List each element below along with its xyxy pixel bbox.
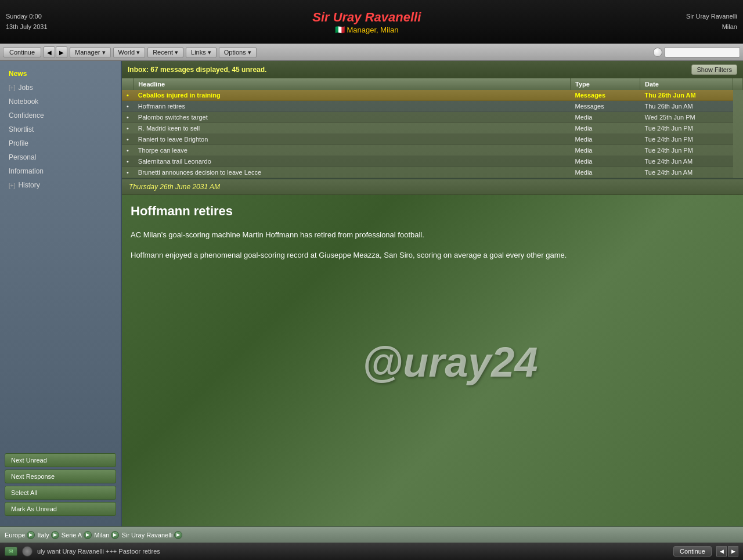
row-type: Media xyxy=(571,167,640,178)
links-menu-button[interactable]: Links ▾ xyxy=(186,47,217,58)
col-headline: Headline xyxy=(134,78,571,90)
article-date: Thursday 26th June 2031 AM xyxy=(122,179,743,195)
row-bullet: • xyxy=(122,145,134,156)
breadcrumb-milan[interactable]: Milan ▶ xyxy=(94,531,119,539)
top-right-info: Sir Uray Ravanelli Milan xyxy=(686,12,737,32)
inbox-header: Inbox: 67 messages displayed, 45 unread.… xyxy=(122,61,743,78)
row-headline: R. Madrid keen to sell xyxy=(134,123,571,134)
row-bullet: • xyxy=(122,112,134,123)
recent-menu-button[interactable]: Recent ▾ xyxy=(147,47,183,58)
toolbar: Continue ◀ ▶ Manager ▾ World ▾ Recent ▾ … xyxy=(0,44,743,61)
continue-button[interactable]: Continue xyxy=(3,47,41,57)
inbox-table: Headline Type Date • Ceballos injured in… xyxy=(122,78,743,178)
show-filters-button[interactable]: Show Filters xyxy=(691,64,737,75)
top-right-name: Sir Uray Ravanelli xyxy=(686,12,737,22)
col-bullet xyxy=(122,78,134,90)
article-para1: AC Milan's goal-scoring machine Martin H… xyxy=(131,229,734,241)
top-right-club: Milan xyxy=(686,22,737,32)
row-headline: Thorpe can leave xyxy=(134,145,571,156)
table-row[interactable]: • Ceballos injured in training Messages … xyxy=(122,90,743,101)
select-all-button[interactable]: Select All xyxy=(5,486,116,500)
breadcrumb-manager[interactable]: Sir Uray Ravanelli ▶ xyxy=(121,531,182,539)
nav-forward-button[interactable]: ▶ xyxy=(56,46,67,58)
sidebar-item-personal[interactable]: Personal xyxy=(0,150,121,164)
table-row[interactable]: • R. Madrid keen to sell Media Tue 24th … xyxy=(122,123,743,134)
article-title: Hoffmann retires xyxy=(131,204,734,219)
article-content: Hoffmann retires AC Milan's goal-scoring… xyxy=(122,195,743,279)
options-menu-button[interactable]: Options ▾ xyxy=(219,47,257,58)
row-date: Tue 24th Jun PM xyxy=(640,123,733,134)
status-nav-forward[interactable]: ▶ xyxy=(728,546,738,557)
country-flag: 🇮🇹 xyxy=(335,25,345,34)
mark-as-unread-button[interactable]: Mark As Unread xyxy=(5,502,116,516)
top-header: Sunday 0:00 13th July 2031 Sir Uray Rava… xyxy=(0,0,743,44)
col-scroll xyxy=(733,78,743,90)
manager-title: Sir Uray Ravanelli 🇮🇹 Manager, Milan xyxy=(312,10,421,34)
inbox-title: Inbox: 67 messages displayed, 45 unread. xyxy=(128,66,266,74)
sidebar-item-profile[interactable]: Profile xyxy=(0,136,121,150)
status-nav-back[interactable]: ◀ xyxy=(716,546,727,557)
breadcrumb-serie-a[interactable]: Serie A ▶ xyxy=(62,531,92,539)
breadcrumb: Europe ▶ Italy ▶ Serie A ▶ Milan ▶ Sir U… xyxy=(0,526,743,543)
date-info: Sunday 0:00 13th July 2031 xyxy=(6,12,48,32)
article-section: Thursday 26th June 2031 AM Hoffmann reti… xyxy=(122,179,743,526)
world-menu-button[interactable]: World ▾ xyxy=(113,47,146,58)
table-header-row: Headline Type Date xyxy=(122,78,743,90)
main-layout: News [+] Jobs Notebook Confidence Shortl… xyxy=(0,61,743,526)
sidebar-item-jobs[interactable]: [+] Jobs xyxy=(0,81,121,95)
status-continue-button[interactable]: Continue xyxy=(673,546,712,557)
search-area xyxy=(653,47,740,57)
inbox-section: Inbox: 67 messages displayed, 45 unread.… xyxy=(122,61,743,179)
breadcrumb-italy-expand[interactable]: ▶ xyxy=(51,531,59,539)
table-row[interactable]: • Palombo switches target Media Wed 25th… xyxy=(122,112,743,123)
row-type: Messages xyxy=(571,101,640,112)
col-date: Date xyxy=(640,78,733,90)
breadcrumb-milan-expand[interactable]: ▶ xyxy=(111,531,119,539)
row-date: Wed 25th Jun PM xyxy=(640,112,733,123)
breadcrumb-serie-a-expand[interactable]: ▶ xyxy=(84,531,92,539)
row-headline: Ranieri to leave Brighton xyxy=(134,134,571,145)
inbox-table-container[interactable]: Headline Type Date • Ceballos injured in… xyxy=(122,78,743,178)
manager-role: Manager, Milan xyxy=(347,26,398,34)
manager-menu-button[interactable]: Manager ▾ xyxy=(70,47,110,58)
next-response-button[interactable]: Next Response xyxy=(5,469,116,483)
sidebar-item-notebook[interactable]: Notebook xyxy=(0,95,121,109)
sidebar-action-buttons: Next Unread Next Response Select All Mar… xyxy=(0,449,121,521)
breadcrumb-europe-expand[interactable]: ▶ xyxy=(27,531,35,539)
row-date: Tue 24th Jun AM xyxy=(640,167,733,178)
row-headline: Palombo switches target xyxy=(134,112,571,123)
row-type: Messages xyxy=(571,90,640,101)
row-type: Media xyxy=(571,123,640,134)
sidebar-item-history[interactable]: [+] History xyxy=(0,178,121,192)
sidebar-item-news[interactable]: News xyxy=(0,67,121,81)
search-icon xyxy=(653,48,662,57)
nav-back-button[interactable]: ◀ xyxy=(44,46,55,58)
breadcrumb-manager-expand[interactable]: ▶ xyxy=(174,531,182,539)
row-type: Media xyxy=(571,145,640,156)
table-row[interactable]: • Brunetti announces decision to leave L… xyxy=(122,167,743,178)
clock-icon[interactable] xyxy=(22,546,33,557)
row-headline: Salernitana trail Leonardo xyxy=(134,156,571,167)
breadcrumb-italy[interactable]: Italy ▶ xyxy=(37,531,59,539)
row-date: Thu 26th Jun AM xyxy=(640,101,733,112)
status-nav: ◀ ▶ xyxy=(716,546,738,557)
search-input[interactable] xyxy=(665,47,740,57)
breadcrumb-europe[interactable]: Europe ▶ xyxy=(5,531,35,539)
row-bullet: • xyxy=(122,90,134,101)
watermark: @uray24 xyxy=(362,338,538,386)
sidebar-item-information[interactable]: Information xyxy=(0,164,121,178)
row-type: Media xyxy=(571,134,640,145)
row-bullet: • xyxy=(122,156,134,167)
row-date: Tue 24th Jun PM xyxy=(640,145,733,156)
table-row[interactable]: • Salernitana trail Leonardo Media Tue 2… xyxy=(122,156,743,167)
table-row[interactable]: • Thorpe can leave Media Tue 24th Jun PM xyxy=(122,145,743,156)
sidebar-item-confidence[interactable]: Confidence xyxy=(0,109,121,122)
next-unread-button[interactable]: Next Unread xyxy=(5,453,116,467)
table-row[interactable]: • Ranieri to leave Brighton Media Tue 24… xyxy=(122,134,743,145)
table-row[interactable]: • Hoffmann retires Messages Thu 26th Jun… xyxy=(122,101,743,112)
mail-icon[interactable]: ✉ xyxy=(5,547,17,556)
history-expand-icon: [+] xyxy=(9,182,15,189)
row-type: Media xyxy=(571,112,640,123)
row-bullet: • xyxy=(122,123,134,134)
sidebar-item-shortlist[interactable]: Shortlist xyxy=(0,122,121,136)
